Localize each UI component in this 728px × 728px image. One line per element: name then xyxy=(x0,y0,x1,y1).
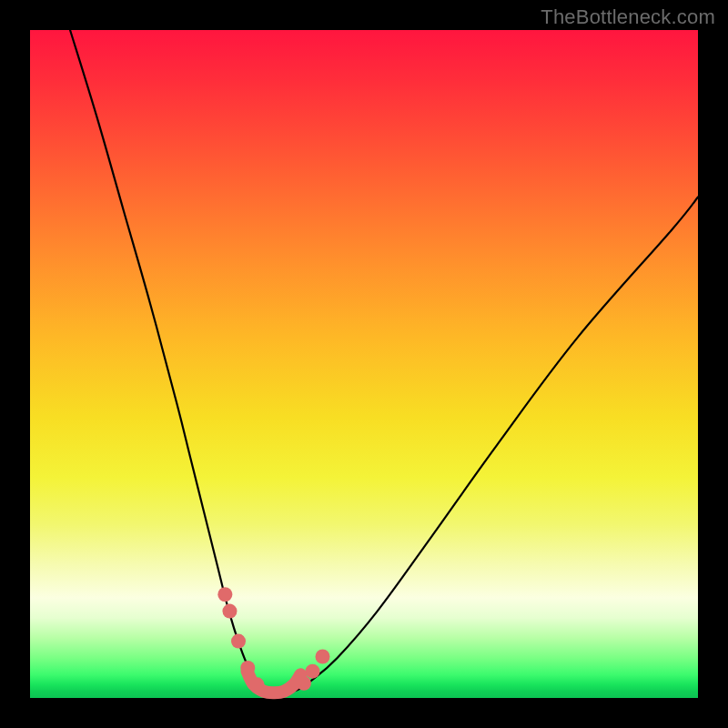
chart-svg xyxy=(30,30,698,698)
chart-curve xyxy=(70,30,698,693)
watermark-text: TheBottleneck.com xyxy=(541,5,715,29)
chart-marker xyxy=(305,664,319,679)
chart-marker xyxy=(315,649,329,663)
chart-frame: TheBottleneck.com xyxy=(0,0,728,728)
chart-marker xyxy=(217,587,232,602)
chart-marker xyxy=(222,604,237,619)
plot-area xyxy=(30,30,698,698)
chart-band xyxy=(248,672,301,693)
chart-marker xyxy=(231,634,246,649)
